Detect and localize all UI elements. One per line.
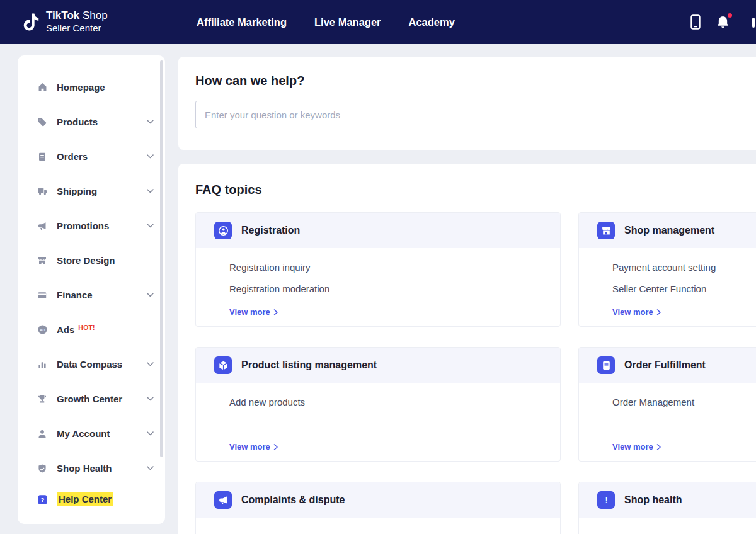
nav-live-manager[interactable]: Live Manager — [314, 16, 381, 28]
shop-health-card-icon: ! — [597, 491, 615, 509]
chevron-right-icon — [656, 309, 661, 315]
view-more-link[interactable]: View more — [612, 307, 661, 317]
faq-card-header[interactable]: ! Shop health — [579, 482, 756, 518]
bell-icon[interactable] — [716, 0, 730, 44]
sidebar-item-products[interactable]: Products — [18, 105, 165, 139]
faq-link[interactable]: Registration inquiry — [229, 257, 560, 278]
sidebar: Homepage Products Orders Shipping Promot… — [18, 55, 165, 524]
faq-card-header[interactable]: Order Fulfillment — [579, 348, 756, 383]
brand-subtitle: Seller Center — [46, 23, 108, 34]
data-compass-icon — [37, 359, 48, 370]
sidebar-item-label: My Account — [57, 428, 110, 439]
nav-affiliate-marketing[interactable]: Affiliate Marketing — [197, 16, 287, 28]
faq-card-header[interactable]: Product listing management — [196, 348, 560, 383]
faq-card-order-fulfillment: Order Fulfillment Order Management View … — [578, 347, 756, 462]
faq-card-header[interactable]: Registration — [196, 213, 560, 248]
chevron-down-icon — [147, 397, 154, 401]
view-more-link[interactable]: View more — [612, 442, 661, 452]
search-input[interactable] — [195, 101, 756, 128]
sidebar-item-finance[interactable]: Finance — [18, 278, 165, 312]
sidebar-item-label: Finance — [57, 290, 93, 300]
faq-link[interactable]: Order Management — [612, 392, 756, 413]
svg-text:AD: AD — [40, 328, 45, 332]
sidebar-item-help-center[interactable]: ? Help Center — [18, 486, 165, 513]
chevron-right-icon — [273, 444, 278, 450]
faq-link[interactable]: Payment account setting — [612, 257, 756, 278]
sidebar-item-orders[interactable]: Orders — [18, 139, 165, 174]
top-navigation: Affiliate Marketing Live Manager Academy — [197, 0, 455, 44]
view-more-link[interactable]: View more — [229, 307, 278, 317]
faq-card-shop-health: ! Shop health View more — [578, 482, 756, 534]
chevron-down-icon — [147, 154, 154, 159]
home-icon — [37, 82, 48, 93]
faq-card-title: Product listing management — [241, 360, 377, 371]
mobile-icon[interactable] — [690, 0, 701, 44]
faq-card-title: Registration — [241, 225, 300, 236]
promotions-icon — [37, 220, 48, 232]
faq-card-registration: Registration Registration inquiry Regist… — [195, 212, 561, 327]
faq-card-complaints-dispute: Complaints & dispute View more — [195, 482, 561, 534]
nav-academy[interactable]: Academy — [409, 16, 455, 28]
sidebar-item-store-design[interactable]: Store Design — [18, 243, 165, 278]
my-account-icon — [37, 428, 48, 440]
order-fulfillment-icon — [597, 356, 615, 374]
faq-link[interactable]: Add new products — [229, 392, 560, 413]
sidebar-item-my-account[interactable]: My Account — [18, 416, 165, 451]
help-center-icon: ? — [37, 494, 48, 505]
sidebar-item-growth-center[interactable]: Growth Center — [18, 382, 165, 416]
ads-icon: AD — [37, 324, 48, 336]
brand[interactable]: TikTok Shop Seller Center — [23, 0, 108, 44]
sidebar-item-label: Store Design — [57, 255, 115, 266]
tiktok-logo-icon — [23, 13, 40, 31]
faq-card-shop-management: Shop management Payment account setting … — [578, 212, 756, 327]
sidebar-item-label: Data Compass — [57, 359, 122, 370]
help-heading: How can we help? — [195, 74, 756, 88]
product-listing-icon — [214, 356, 232, 374]
faq-card-header[interactable]: Shop management — [579, 213, 756, 248]
orders-icon — [37, 151, 48, 162]
svg-text:?: ? — [40, 496, 44, 503]
complaints-icon — [214, 491, 232, 509]
sidebar-scrollbar[interactable] — [160, 60, 163, 457]
faq-card-header[interactable]: Complaints & dispute — [196, 482, 560, 518]
sidebar-item-promotions[interactable]: Promotions — [18, 208, 165, 243]
sidebar-item-label: Orders — [57, 151, 88, 162]
sidebar-item-label: Promotions — [57, 220, 109, 231]
chevron-down-icon — [147, 362, 154, 366]
finance-icon — [37, 290, 48, 301]
brand-title: TikTok Shop — [46, 10, 108, 22]
sidebar-item-label-highlighted: Help Center — [57, 492, 113, 506]
chevron-down-icon — [147, 189, 154, 193]
faq-heading: FAQ topics — [195, 183, 756, 197]
chevron-down-icon — [147, 466, 154, 470]
sidebar-item-label: Shop Health — [57, 463, 112, 474]
sidebar-item-shop-health[interactable]: Shop Health — [18, 451, 165, 486]
sidebar-item-shipping[interactable]: Shipping — [18, 174, 165, 208]
chevron-down-icon — [147, 293, 154, 297]
shop-health-icon — [37, 463, 48, 474]
sidebar-item-label: Shipping — [57, 186, 97, 196]
help-search-section: How can we help? — [178, 57, 756, 150]
store-design-icon — [37, 255, 48, 266]
faq-link[interactable]: Seller Center Function — [612, 278, 756, 300]
chevron-right-icon — [656, 444, 661, 450]
growth-center-icon — [37, 394, 48, 405]
chevron-down-icon — [147, 120, 154, 124]
chevron-down-icon — [147, 224, 154, 228]
faq-card-title: Shop management — [624, 225, 714, 236]
faq-link[interactable]: Registration moderation — [229, 278, 560, 300]
sidebar-item-label: Homepage — [57, 82, 105, 93]
sidebar-item-homepage[interactable]: Homepage — [18, 70, 165, 105]
faq-card-title: Complaints & dispute — [241, 494, 345, 506]
faq-section: FAQ topics Registration Registration inq… — [178, 164, 756, 534]
sidebar-item-data-compass[interactable]: Data Compass — [18, 347, 165, 382]
partial-icon — [752, 18, 755, 28]
view-more-link[interactable]: View more — [229, 442, 278, 452]
svg-text:!: ! — [605, 496, 607, 505]
chevron-down-icon — [147, 431, 154, 436]
registration-icon — [214, 222, 232, 239]
faq-card-product-listing: Product listing management Add new produ… — [195, 347, 561, 462]
faq-card-title: Shop health — [624, 494, 682, 506]
faq-card-title: Order Fulfillment — [624, 360, 706, 371]
sidebar-item-ads[interactable]: AD Ads HOT! — [18, 312, 165, 347]
